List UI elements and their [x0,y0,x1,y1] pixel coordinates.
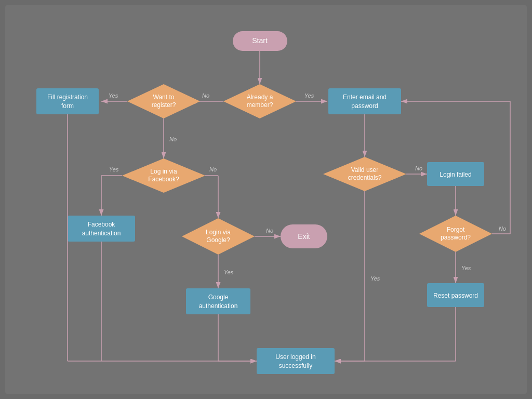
login-failed-label: Login failed [440,171,471,178]
label-no-register: No [169,136,177,142]
fill-registration-rect [36,88,99,114]
facebook-login-label2: Facebook? [148,176,179,183]
facebook-auth-rect [68,216,135,242]
user-logged-in-label2: successfully [279,362,313,369]
want-register-label2: register? [152,101,176,109]
label-yes-facebook: Yes [109,166,119,172]
already-member-label2: member? [247,101,273,109]
google-login-label2: Google? [206,236,230,244]
enter-email-label1: Enter email and [343,94,387,101]
label-no-forgot: No [499,225,506,232]
facebook-auth-label2: authentication [82,230,121,237]
google-auth-label2: authentication [199,302,238,310]
facebook-login-label1: Log in via [150,168,177,175]
want-register-label1: Want to [153,94,175,101]
label-no-valid: No [415,165,422,171]
forgot-password-label2: password? [441,234,471,241]
label-yes-already: Yes [304,92,314,99]
forgot-password-label1: Forgot [447,226,465,233]
label-no-already: No [202,92,209,99]
user-logged-in-rect [257,348,335,374]
already-member-label1: Already a [247,94,273,101]
fill-registration-label2: form [61,102,74,110]
flowchart-canvas: Start Already a member? Yes No Want to r… [5,5,527,394]
google-auth-rect [186,288,250,314]
user-logged-in-label1: User logged in [275,353,315,361]
google-auth-label1: Google [208,294,229,301]
start-label: Start [252,36,268,45]
label-no-google: No [266,228,273,234]
flowchart-svg: Start Already a member? Yes No Want to r… [5,5,527,394]
label-yes-valid: Yes [370,275,380,282]
reset-password-label: Reset password [433,292,478,299]
google-login-label1: Login via [206,229,231,236]
valid-cred-label1: Valid user [351,166,378,174]
facebook-auth-label1: Facebook [88,221,116,228]
enter-email-label2: password [351,102,378,110]
label-yes-google: Yes [224,269,234,275]
label-yes-forgot: Yes [461,265,471,271]
label-no-facebook: No [209,166,217,172]
label-yes-register: Yes [109,92,118,99]
exit-label: Exit [298,232,310,241]
enter-email-rect [328,88,401,114]
valid-cred-label2: credentials? [348,174,382,181]
fill-registration-label1: Fill registration [47,94,88,101]
